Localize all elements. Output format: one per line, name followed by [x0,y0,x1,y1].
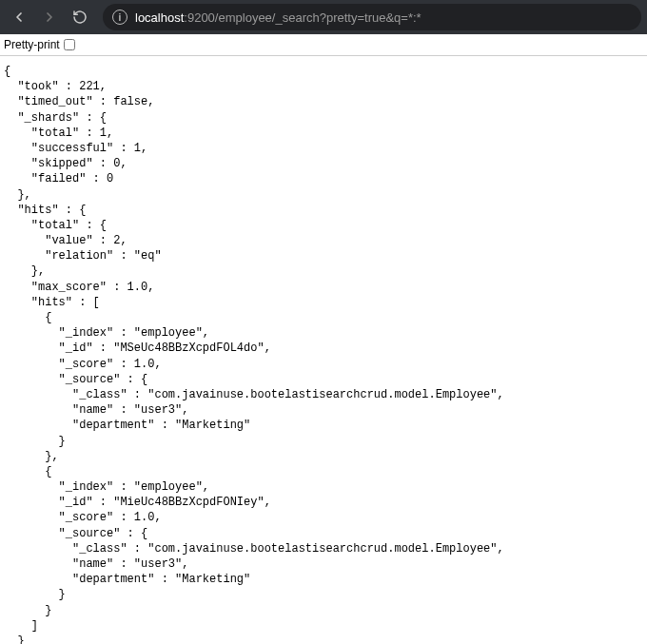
info-icon[interactable]: i [112,10,127,25]
forward-button[interactable] [36,4,63,30]
back-button[interactable] [6,4,32,30]
url-bar[interactable]: i localhost:9200/employee/_search?pretty… [103,4,641,30]
url-text: localhost:9200/employee/_search?pretty=t… [135,10,422,25]
pretty-print-label: Pretty-print [4,38,60,51]
pretty-print-checkbox[interactable] [64,39,75,50]
pretty-print-toolbar: Pretty-print [0,34,647,56]
reload-button[interactable] [67,4,93,30]
browser-navbar: i localhost:9200/employee/_search?pretty… [0,0,647,34]
json-response-body: { "took" : 221, "timed_out" : false, "_s… [0,56,647,644]
